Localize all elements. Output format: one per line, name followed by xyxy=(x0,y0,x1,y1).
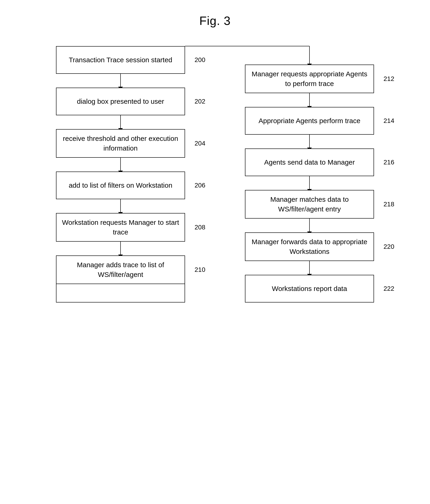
box-210: Manager adds trace to list of WS/filter/… xyxy=(56,255,185,284)
box-216-text: Agents send data to Manager xyxy=(264,157,355,167)
arrow-216-218 xyxy=(309,176,310,190)
left-column: Transaction Trace session started 200 di… xyxy=(49,46,192,303)
box-204: receive threshold and other execution in… xyxy=(56,129,185,158)
ref-212: 212 xyxy=(384,74,394,83)
arrow-208-210 xyxy=(120,242,121,255)
box-214-text: Appropriate Agents perform trace xyxy=(259,116,360,126)
box-208: Workstation requests Manager to start tr… xyxy=(56,213,185,242)
page-title: Fig. 3 xyxy=(0,0,430,42)
box-200-text: Transaction Trace session started xyxy=(69,55,172,65)
box-206: add to list of filters on Workstation 20… xyxy=(56,171,185,199)
box-212-text: Manager requests appropriate Agents to p… xyxy=(251,69,368,89)
box-204-text: receive threshold and other execution in… xyxy=(62,134,179,153)
arrow-204-206 xyxy=(120,158,121,171)
arrow-218-220 xyxy=(309,219,310,232)
box-218: Manager matches data to WS/filter/agent … xyxy=(245,190,374,219)
box-222-text: Workstations report data xyxy=(272,284,347,294)
box-202-text: dialog box presented to user xyxy=(77,97,164,106)
ref-220: 220 xyxy=(384,242,394,251)
arrow-202-204 xyxy=(120,115,121,129)
box-222: Workstations report data 222 xyxy=(245,275,374,303)
arrow-206-208 xyxy=(120,199,121,213)
box-206-text: add to list of filters on Workstation xyxy=(69,180,172,190)
box-200: Transaction Trace session started 200 xyxy=(56,46,185,74)
box-208-text: Workstation requests Manager to start tr… xyxy=(62,218,179,237)
box-212: Manager requests appropriate Agents to p… xyxy=(245,64,374,93)
diagram-wrapper: Transaction Trace session started 200 di… xyxy=(0,42,430,307)
ref-214: 214 xyxy=(384,116,394,125)
arrow-200-202 xyxy=(120,74,121,88)
box-214: Appropriate Agents perform trace 214 xyxy=(245,107,374,135)
ref-200: 200 xyxy=(194,55,205,64)
top-incoming-line xyxy=(309,46,310,64)
box-210-text: Manager adds trace to list of WS/filter/… xyxy=(62,260,179,279)
arrow-212-214 xyxy=(309,93,310,107)
ref-206: 206 xyxy=(194,181,205,190)
ref-210: 210 xyxy=(194,265,205,274)
arrow-214-216 xyxy=(309,135,310,148)
ref-202: 202 xyxy=(194,97,205,106)
right-column: Manager requests appropriate Agents to p… xyxy=(238,46,381,303)
ref-204: 204 xyxy=(194,139,205,148)
box-218-text: Manager matches data to WS/filter/agent … xyxy=(251,195,368,214)
box-220: Manager forwards data to appropriate Wor… xyxy=(245,232,374,261)
box-216: Agents send data to Manager 216 xyxy=(245,148,374,176)
box-202: dialog box presented to user 202 xyxy=(56,88,185,115)
box-220-text: Manager forwards data to appropriate Wor… xyxy=(251,237,368,256)
arrow-220-222 xyxy=(309,261,310,275)
ref-208: 208 xyxy=(194,223,205,232)
ref-222: 222 xyxy=(384,284,394,293)
ref-218: 218 xyxy=(384,200,394,209)
ref-216: 216 xyxy=(384,158,394,167)
loop-bottom-box xyxy=(56,284,185,303)
